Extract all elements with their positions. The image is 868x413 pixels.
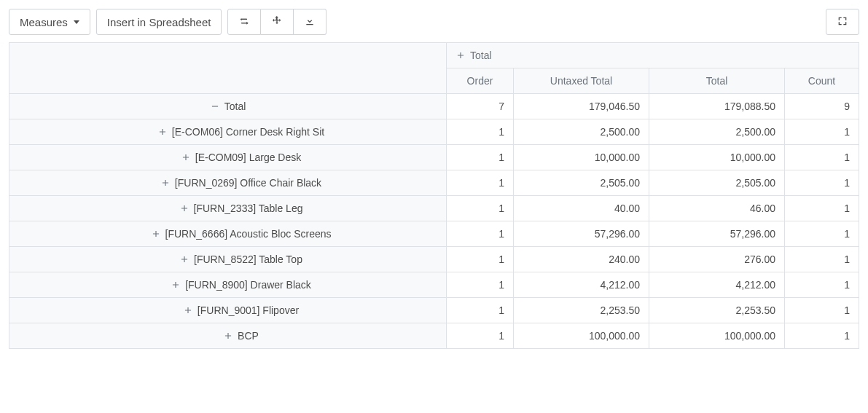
pivot-table: Total Order Untaxed Total Total Count To…	[9, 42, 859, 349]
cell-untaxed: 100,000.00	[514, 323, 649, 349]
cell-untaxed: 57,296.00	[514, 221, 649, 247]
fullscreen-button[interactable]	[826, 9, 859, 35]
row-header[interactable]: [E-COM09] Large Desk	[9, 145, 447, 170]
measures-label: Measures	[20, 16, 68, 28]
row-label: [FURN_6666] Acoustic Bloc Screens	[165, 228, 332, 240]
row-header[interactable]: [FURN_0269] Office Chair Black	[9, 170, 447, 196]
cell-order: 7	[447, 94, 514, 119]
table-row: [E-COM06] Corner Desk Right Sit12,500.00…	[9, 119, 859, 145]
plus-icon	[157, 127, 168, 137]
cell-order: 1	[447, 272, 514, 298]
pivot-tools-group	[227, 9, 327, 35]
row-label: [FURN_9001] Flipover	[198, 304, 299, 316]
caret-down-icon	[74, 20, 79, 24]
cell-count: 1	[785, 323, 859, 349]
col-total[interactable]: Total	[649, 68, 785, 94]
cell-untaxed: 2,505.00	[514, 170, 649, 196]
cell-total: 4,212.00	[649, 272, 785, 298]
plus-icon	[183, 305, 193, 315]
row-label: BCP	[238, 330, 259, 342]
plus-icon	[179, 254, 189, 264]
row-header[interactable]: [E-COM06] Corner Desk Right Sit	[9, 119, 447, 145]
cell-order: 1	[447, 323, 514, 349]
row-header[interactable]: [FURN_8900] Drawer Black	[9, 272, 447, 298]
cell-total: 10,000.00	[649, 145, 785, 170]
cell-count: 1	[785, 298, 859, 323]
row-label: [FURN_8900] Drawer Black	[185, 279, 311, 291]
cell-total: 2,253.50	[649, 298, 785, 323]
row-label: [FURN_8522] Table Top	[194, 253, 302, 265]
cell-order: 1	[447, 298, 514, 323]
table-row: [FURN_0269] Office Chair Black12,505.002…	[9, 170, 859, 196]
measures-dropdown[interactable]: Measures	[9, 9, 90, 35]
col-order[interactable]: Order	[447, 68, 514, 94]
cell-count: 1	[785, 119, 859, 145]
cell-order: 1	[447, 119, 514, 145]
cell-count: 1	[785, 196, 859, 221]
plus-icon	[181, 152, 191, 162]
cell-count: 1	[785, 145, 859, 170]
plus-icon	[179, 203, 189, 213]
table-row: [FURN_9001] Flipover12,253.502,253.501	[9, 298, 859, 323]
row-header[interactable]: [FURN_6666] Acoustic Bloc Screens	[9, 221, 447, 247]
cell-total: 2,500.00	[649, 119, 785, 145]
table-row: [FURN_6666] Acoustic Bloc Screens157,296…	[9, 221, 859, 247]
plus-icon	[171, 280, 181, 290]
column-total-header[interactable]: Total	[447, 43, 859, 68]
plus-icon	[223, 331, 233, 341]
table-row: BCP1100,000.00100,000.001	[9, 323, 859, 349]
cell-total: 179,088.50	[649, 94, 785, 119]
pivot-top-left	[9, 43, 447, 94]
row-header[interactable]: [FURN_9001] Flipover	[9, 298, 447, 323]
cell-untaxed: 40.00	[514, 196, 649, 221]
cell-order: 1	[447, 145, 514, 170]
row-header[interactable]: [FURN_8522] Table Top	[9, 247, 447, 272]
cell-untaxed: 240.00	[514, 247, 649, 272]
table-row: [FURN_2333] Table Leg140.0046.001	[9, 196, 859, 221]
row-header[interactable]: [FURN_2333] Table Leg	[9, 196, 447, 221]
plus-icon	[151, 229, 161, 239]
move-icon	[271, 15, 283, 29]
cell-order: 1	[447, 221, 514, 247]
cell-count: 1	[785, 170, 859, 196]
cell-total: 46.00	[649, 196, 785, 221]
grand-total-row: Total 7 179,046.50 179,088.50 9	[9, 94, 859, 119]
plus-icon	[455, 50, 466, 60]
cell-count: 1	[785, 247, 859, 272]
minus-icon	[210, 101, 220, 111]
cell-order: 1	[447, 247, 514, 272]
grand-total-label: Total	[224, 101, 246, 112]
insert-spreadsheet-button[interactable]: Insert in Spreadsheet	[96, 9, 222, 35]
cell-untaxed: 4,212.00	[514, 272, 649, 298]
download-button[interactable]	[294, 9, 327, 35]
table-row: [FURN_8522] Table Top1240.00276.001	[9, 247, 859, 272]
col-count[interactable]: Count	[785, 68, 859, 94]
col-untaxed[interactable]: Untaxed Total	[514, 68, 649, 94]
cell-untaxed: 2,500.00	[514, 119, 649, 145]
row-label: [FURN_2333] Table Leg	[194, 202, 303, 214]
cell-count: 1	[785, 221, 859, 247]
column-total-label: Total	[470, 50, 492, 61]
cell-order: 1	[447, 170, 514, 196]
row-label: [E-COM09] Large Desk	[195, 152, 302, 163]
flip-axis-button[interactable]	[227, 9, 261, 35]
row-header[interactable]: BCP	[9, 323, 447, 349]
cell-total: 276.00	[649, 247, 785, 272]
swap-icon	[238, 15, 250, 29]
plus-icon	[160, 178, 171, 188]
cell-order: 1	[447, 196, 514, 221]
cell-untaxed: 179,046.50	[514, 94, 649, 119]
row-label: [FURN_0269] Office Chair Black	[175, 177, 321, 189]
cell-untaxed: 10,000.00	[514, 145, 649, 170]
toolbar: Measures Insert in Spreadsheet	[9, 9, 859, 35]
cell-total: 2,505.00	[649, 170, 785, 196]
grand-total-header[interactable]: Total	[9, 94, 447, 119]
pivot-body: Total 7 179,046.50 179,088.50 9 [E-COM06…	[9, 94, 859, 349]
row-label: [E-COM06] Corner Desk Right Sit	[172, 126, 324, 138]
cell-untaxed: 2,253.50	[514, 298, 649, 323]
cell-count: 1	[785, 272, 859, 298]
insert-spreadsheet-label: Insert in Spreadsheet	[107, 16, 211, 28]
expand-all-button[interactable]	[261, 9, 294, 35]
cell-total: 57,296.00	[649, 221, 785, 247]
table-row: [FURN_8900] Drawer Black14,212.004,212.0…	[9, 272, 859, 298]
